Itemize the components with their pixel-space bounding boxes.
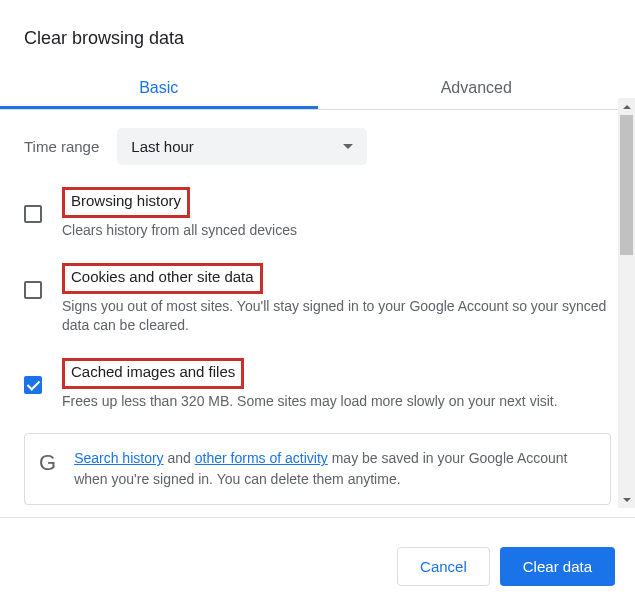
footer: Cancel Clear data — [397, 547, 615, 586]
scroll-up-icon[interactable] — [618, 98, 635, 115]
dropdown-icon — [343, 144, 353, 149]
info-text: Search history and other forms of activi… — [74, 448, 594, 490]
item-desc: Clears history from all synced devices — [62, 221, 611, 241]
cancel-button[interactable]: Cancel — [397, 547, 490, 586]
time-range-value: Last hour — [131, 138, 194, 155]
item-desc: Frees up less than 320 MB. Some sites ma… — [62, 392, 611, 412]
item-title: Cached images and files — [71, 363, 235, 380]
highlight-box: Cached images and files — [62, 358, 244, 389]
content-area: Time range Last hour Browsing history Cl… — [0, 110, 635, 505]
tab-indicator — [0, 106, 318, 109]
tab-basic[interactable]: Basic — [0, 67, 318, 109]
dialog-title: Clear browsing data — [0, 0, 635, 67]
item-desc: Signs you out of most sites. You'll stay… — [62, 297, 611, 336]
checkbox-browsing-history[interactable] — [24, 205, 42, 223]
google-icon: G — [35, 448, 60, 478]
scrollbar-thumb[interactable] — [620, 115, 633, 255]
time-range-label: Time range — [24, 138, 99, 155]
tabs: Basic Advanced — [0, 67, 635, 110]
link-search-history[interactable]: Search history — [74, 450, 163, 466]
checkbox-cache[interactable] — [24, 376, 42, 394]
checkbox-cookies[interactable] — [24, 281, 42, 299]
item-cookies: Cookies and other site data Signs you ou… — [24, 263, 611, 336]
footer-separator — [0, 517, 635, 518]
item-browsing-history: Browsing history Clears history from all… — [24, 187, 611, 241]
clear-data-button[interactable]: Clear data — [500, 547, 615, 586]
scrollbar[interactable] — [618, 98, 635, 508]
highlight-box: Browsing history — [62, 187, 190, 218]
scroll-down-icon[interactable] — [618, 491, 635, 508]
link-other-activity[interactable]: other forms of activity — [195, 450, 328, 466]
item-cache: Cached images and files Frees up less th… — [24, 358, 611, 412]
tab-advanced[interactable]: Advanced — [318, 67, 636, 109]
highlight-box: Cookies and other site data — [62, 263, 263, 294]
time-range-select[interactable]: Last hour — [117, 128, 367, 165]
info-box: G Search history and other forms of acti… — [24, 433, 611, 505]
item-title: Cookies and other site data — [71, 268, 254, 285]
item-title: Browsing history — [71, 192, 181, 209]
